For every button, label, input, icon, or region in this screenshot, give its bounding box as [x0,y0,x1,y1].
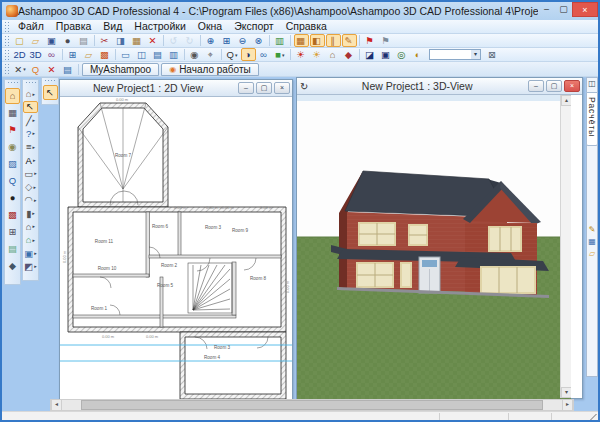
building2-tool-button[interactable]: ⌂▸ [23,220,38,233]
circle-tool-button[interactable]: ● [5,190,20,206]
window-3d-titlebar[interactable]: ↻ New Project1 : 3D-View – ▢ × [297,78,582,95]
col3-grip[interactable] [44,79,57,83]
search-blue-button[interactable]: Q [5,173,20,189]
shield-button[interactable]: ◆ [5,258,20,274]
project-flag-button[interactable]: ⚑ [5,122,20,138]
snapshot-button[interactable]: ◉ [188,48,203,61]
materials-red-button[interactable]: ▩ [5,207,20,223]
scroll-right-icon[interactable]: ▸ [562,399,573,411]
col2-grip[interactable] [25,81,37,85]
floor-plan-canvas[interactable]: Room 7Room 11Room 6Room 3Room 9Room 10Ro… [60,97,292,399]
building-tool-button[interactable]: ⌂▸ [23,87,38,100]
query-tool-button[interactable]: ?▸ [23,127,38,140]
flag-red-button[interactable]: ⚑ [363,34,378,47]
image-tool-button[interactable]: ▣▸ [23,247,38,260]
zoom-out-button[interactable]: ⊖ [236,34,251,47]
day-night-button[interactable]: ◑ [241,48,256,61]
cut-button[interactable]: ✂ [98,34,113,47]
tile-vertical-button[interactable]: ▥ [167,48,182,61]
redo-button[interactable]: ↻ [183,34,198,47]
2d-minimize-button[interactable]: – [238,82,254,94]
arc-tool-button[interactable]: ◠▸ [23,194,38,207]
print-button[interactable]: ▤ [77,34,92,47]
paste-button[interactable]: ▦ [130,34,145,47]
line-tool-button[interactable]: ╱▸ [23,114,38,127]
project-home-button[interactable]: ⌂ [5,88,20,104]
scroll-up-icon[interactable]: ▴ [561,95,571,106]
selection-mode-button[interactable]: ◧ [310,34,325,47]
render-window-button[interactable]: ▣ [379,48,394,61]
material-editor-button[interactable]: ◆ [342,48,357,61]
menu-file[interactable]: Файл [12,20,50,33]
calc-folder-button[interactable]: ▱ [587,248,598,260]
cascade-windows-button[interactable]: ◫ [135,48,150,61]
toolbar1-grip[interactable] [4,35,9,45]
maximize-button[interactable]: ▢ [555,2,572,17]
new-window-button[interactable]: ▭ [119,48,134,61]
menu-windows[interactable]: Окна [192,20,228,33]
tools-menu-button[interactable]: ✕▾ [13,63,28,76]
resize-grip[interactable] [590,414,597,420]
refresh-view-button[interactable]: ▥ [273,34,288,47]
mosaic-view-button[interactable]: ▩ [98,48,113,61]
edit-calc-button[interactable]: ✎ [587,224,598,236]
tab-myashampoo[interactable]: MyAshampoo [82,63,159,76]
3d-minimize-button[interactable]: – [528,80,544,92]
panel-window-button[interactable]: ◫ [587,78,598,90]
copy-button[interactable]: ◨ [114,34,129,47]
open-file-button[interactable]: ▱ [29,34,44,47]
window-2d-titlebar[interactable]: New Project1 : 2D View – ▢ × [60,80,292,97]
calc-table-button[interactable]: ▦ [587,236,598,248]
render-3d-canvas[interactable]: ▴ ▾ [297,95,571,399]
tab-calculations[interactable]: Расчёты [586,92,598,146]
tabrow-grip[interactable] [4,63,9,74]
scroll-down-icon[interactable]: ▾ [561,387,571,398]
open-project-view-button[interactable]: ▱ [82,48,97,61]
save-button[interactable]: ▣ [45,34,60,47]
image-gallery-button[interactable]: ▤ [61,63,76,76]
blueprint-mode-button[interactable]: ◪ [363,48,378,61]
wall-tool-button[interactable]: ▭▸ [23,167,38,180]
zoom-window-button[interactable]: ⊞ [220,34,235,47]
sun-position-button[interactable]: ☀ [294,48,309,61]
split-view-button[interactable]: ∥ [326,34,341,47]
remove-tool-button[interactable]: ✕ [45,63,60,76]
time-of-day-button[interactable]: ◐ [411,48,426,61]
2d-maximize-button[interactable]: ▢ [256,82,272,94]
3d-close-button[interactable]: × [564,80,580,92]
zoom-in-button[interactable]: ⊕ [204,34,219,47]
menu-export[interactable]: Экспорт [228,20,279,33]
text-tool-button[interactable]: A▸ [23,154,38,167]
select-pointer-button[interactable]: ↖ [43,85,58,100]
3d-maximize-button[interactable]: ▢ [546,80,562,92]
lighting-button[interactable]: ☀ [310,48,325,61]
menu-help[interactable]: Справка [280,20,333,33]
house-green-tool-button[interactable]: ⌂▸ [23,233,38,246]
photo-view-button[interactable]: ⌂ [326,48,341,61]
walkthrough-button[interactable]: ⌖ [204,48,219,61]
combo-caret-icon[interactable]: ▾ [471,50,480,59]
select-tool-button[interactable]: ↖ [23,101,38,114]
project-table-button[interactable]: ▦ [5,105,20,121]
workspace-horizontal-scrollbar[interactable]: ◂ ▸ [50,399,574,411]
measure-tool-button[interactable]: ✎ [342,34,357,47]
column-tool-button[interactable]: ▮▸ [23,207,38,220]
close-button[interactable]: × [572,2,598,17]
gallery-button[interactable]: ▨ [5,156,20,172]
view-2d-button[interactable]: 2D [13,48,28,61]
dimension-table-button[interactable]: ⊞ [5,224,20,240]
toolbar2-grip[interactable] [4,49,9,59]
new-file-button[interactable]: ▢ [13,34,28,47]
col1-grip[interactable] [7,81,19,85]
save-as-button[interactable]: ● [61,34,76,47]
visualization-settings-button[interactable]: Q▾ [225,48,240,61]
view-3d-button[interactable]: 3D [29,48,44,61]
minimize-button[interactable]: – [538,2,555,17]
2d-close-button[interactable]: × [274,82,290,94]
undo-button[interactable]: ↺ [167,34,182,47]
link-views-button[interactable]: ∞ [257,48,272,61]
stairs-tool-button[interactable]: ≡▸ [23,141,38,154]
new-plan-view-button[interactable]: ⊞ [66,48,81,61]
stereo-view-button[interactable]: ∞ [45,48,60,61]
guide-lines[interactable] [60,345,292,361]
